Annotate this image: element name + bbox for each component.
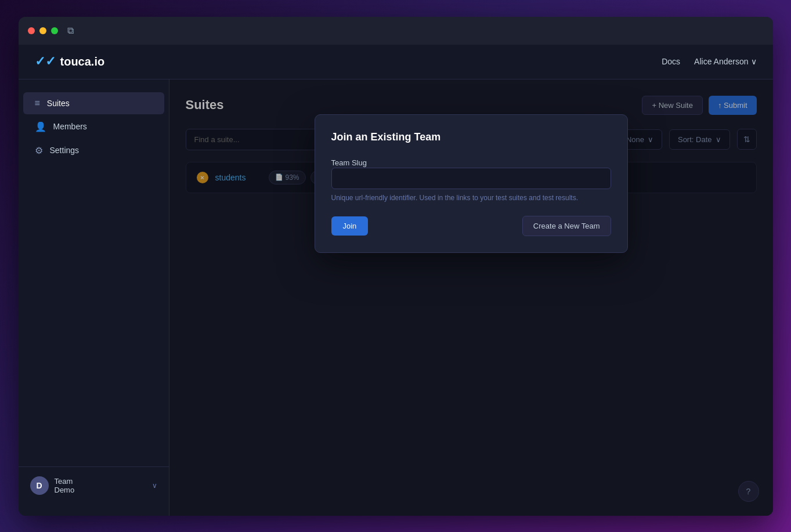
- user-menu[interactable]: Alice Anderson ∨: [694, 57, 756, 66]
- docs-link[interactable]: Docs: [662, 57, 680, 66]
- traffic-light-maximize[interactable]: [51, 27, 58, 34]
- app-body: ✓✓ touca.io Docs Alice Anderson ∨ ≡ Suit…: [19, 45, 773, 516]
- members-icon: 👤: [35, 121, 46, 132]
- user-chevron-icon: ∨: [751, 57, 757, 66]
- main-content: Suites + New Suite ↑ Submit Filter: None…: [169, 79, 773, 516]
- logo: ✓✓ touca.io: [35, 54, 105, 69]
- team-avatar-letter: D: [36, 481, 42, 490]
- main-layout: ≡ Suites 👤 Members ⚙ Settings D: [19, 79, 773, 516]
- team-avatar: D: [30, 476, 49, 495]
- sidebar-item-suites[interactable]: ≡ Suites: [23, 92, 164, 114]
- team-chevron-icon: ∨: [152, 482, 157, 490]
- list-icon: ≡: [35, 98, 40, 108]
- sidebar-label-members: Members: [53, 122, 87, 131]
- create-new-team-button[interactable]: Create a New Team: [522, 216, 611, 236]
- modal-overlay: Join an Existing Team Team Slug Unique u…: [169, 79, 773, 516]
- logo-text: touca.io: [60, 55, 105, 68]
- team-name-text2: Demo: [55, 486, 75, 494]
- team-name-line1: Team Demo: [55, 477, 146, 494]
- window-icon: ⧉: [67, 26, 74, 36]
- join-team-modal: Join an Existing Team Team Slug Unique u…: [315, 114, 628, 253]
- header-right: Docs Alice Anderson ∨: [662, 57, 756, 66]
- app-window: ⧉ ✓✓ touca.io Docs Alice Anderson ∨: [19, 17, 773, 516]
- traffic-light-close[interactable]: [28, 27, 35, 34]
- sidebar-label-settings: Settings: [50, 146, 80, 155]
- user-name: Alice Anderson: [694, 57, 748, 66]
- logo-icon: ✓✓: [35, 54, 56, 69]
- team-info: Team Demo: [55, 477, 146, 494]
- sidebar-item-members[interactable]: 👤 Members: [23, 115, 164, 138]
- titlebar: ⧉: [19, 17, 773, 45]
- sidebar-item-settings[interactable]: ⚙ Settings: [23, 139, 164, 162]
- sidebar-label-suites: Suites: [47, 99, 70, 108]
- modal-hint: Unique url-friendly identifier. Used in …: [331, 194, 611, 202]
- app-header: ✓✓ touca.io Docs Alice Anderson ∨: [19, 45, 773, 79]
- team-selector[interactable]: D Team Demo ∨: [19, 466, 169, 504]
- sidebar-nav: ≡ Suites 👤 Members ⚙ Settings: [19, 91, 169, 466]
- settings-icon: ⚙: [35, 145, 43, 156]
- sidebar: ≡ Suites 👤 Members ⚙ Settings D: [19, 79, 169, 516]
- team-slug-label: Team Slug: [331, 158, 367, 167]
- modal-buttons: Join Create a New Team: [331, 216, 611, 236]
- team-slug-input[interactable]: [331, 168, 611, 189]
- team-name-text1: Team: [55, 477, 73, 486]
- modal-title: Join an Existing Team: [331, 131, 611, 143]
- join-button[interactable]: Join: [331, 216, 369, 236]
- traffic-light-minimize[interactable]: [39, 27, 46, 34]
